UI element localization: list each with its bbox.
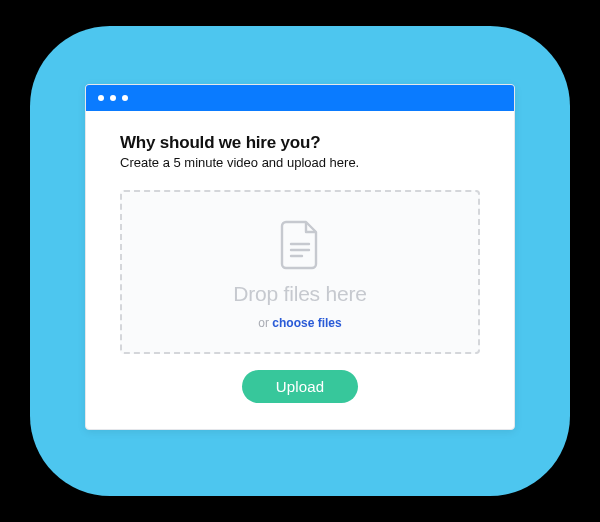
page-heading: Why should we hire you? <box>120 133 480 153</box>
file-icon <box>280 220 320 270</box>
upload-row: Upload <box>120 370 480 403</box>
or-text: or <box>258 316 272 330</box>
browser-window: Why should we hire you? Create a 5 minut… <box>85 84 515 430</box>
upload-button[interactable]: Upload <box>242 370 359 403</box>
page-subheading: Create a 5 minute video and upload here. <box>120 155 480 170</box>
backdrop-panel: Why should we hire you? Create a 5 minut… <box>30 26 570 496</box>
file-dropzone[interactable]: Drop files here or choose files <box>120 190 480 354</box>
content-area: Why should we hire you? Create a 5 minut… <box>86 111 514 429</box>
titlebar <box>86 85 514 111</box>
drop-text: Drop files here <box>233 282 367 306</box>
window-control-dot[interactable] <box>122 95 128 101</box>
alt-upload-row: or choose files <box>258 316 341 330</box>
choose-files-link[interactable]: choose files <box>272 316 341 330</box>
window-control-dot[interactable] <box>98 95 104 101</box>
window-control-dot[interactable] <box>110 95 116 101</box>
